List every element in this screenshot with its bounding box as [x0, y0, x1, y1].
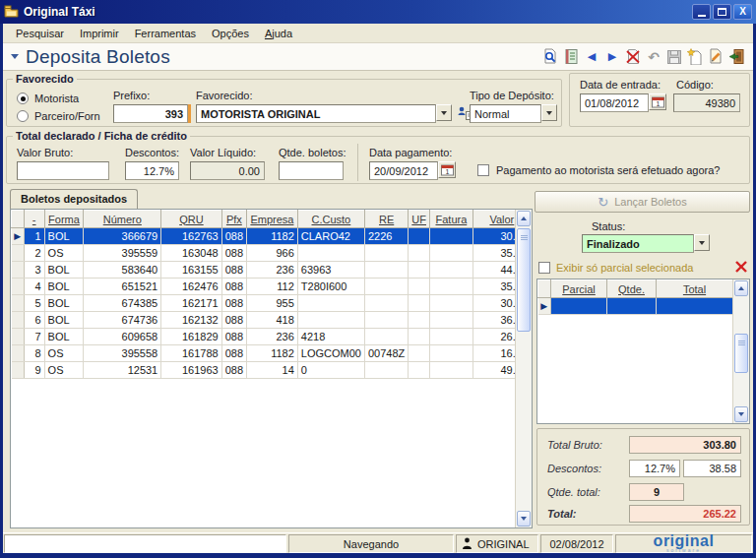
pagamento-checkbox[interactable]: Pagamento ao motorista será efetuado ago… [477, 164, 720, 176]
table-cell[interactable] [430, 312, 473, 329]
table-row[interactable]: 4BOL651521162476088112T280I60035.00 [12, 279, 532, 295]
menu-ferramentas[interactable]: Ferramentas [128, 26, 203, 41]
table-row[interactable]: 7BOL609658161829088236421826.60 [12, 329, 532, 345]
table-cell[interactable]: 161788 [161, 345, 221, 362]
status-dropdown-icon[interactable] [694, 234, 710, 251]
table-cell[interactable] [364, 245, 408, 262]
table-cell[interactable]: 3 [24, 262, 44, 279]
table-cell[interactable]: 955 [247, 295, 298, 312]
table-cell[interactable]: 088 [221, 329, 246, 345]
table-row[interactable]: 6BOL67473616213208841836.00 [12, 312, 532, 329]
table-cell[interactable] [364, 329, 408, 345]
table-cell[interactable] [430, 329, 473, 345]
column-header[interactable]: RE [364, 211, 408, 228]
prefixo-field[interactable]: 393 [113, 104, 188, 123]
scroll-up-icon[interactable] [517, 211, 531, 226]
table-cell[interactable]: LOGCOM00 [297, 345, 364, 362]
save-icon[interactable] [665, 48, 683, 66]
table-cell[interactable]: 00748Z [364, 345, 408, 362]
table-cell[interactable]: 418 [247, 312, 298, 329]
table-cell[interactable]: 5 [24, 295, 44, 312]
table-cell[interactable] [409, 345, 430, 362]
table-cell[interactable]: 395559 [84, 245, 161, 262]
table-cell[interactable] [551, 298, 607, 315]
favorecido-dropdown-icon[interactable] [436, 104, 452, 121]
table-cell[interactable]: 112 [247, 279, 298, 295]
table-cell[interactable] [409, 312, 430, 329]
new-record-icon[interactable] [686, 48, 704, 66]
table-cell[interactable]: 6 [24, 312, 44, 329]
table-cell[interactable]: 088 [221, 262, 246, 279]
table-row[interactable]: 2OS39555916304808896635.90 [12, 245, 532, 262]
scroll-down-icon[interactable] [734, 406, 748, 422]
table-cell[interactable] [409, 262, 430, 279]
table-cell[interactable]: 9 [24, 362, 44, 379]
table-cell[interactable]: 674385 [84, 295, 161, 312]
table-cell[interactable]: BOL [44, 329, 84, 345]
table-cell[interactable]: 161829 [161, 329, 221, 345]
table-cell[interactable]: 163155 [161, 262, 221, 279]
table-cell[interactable]: 1182 [247, 228, 298, 245]
table-cell[interactable]: 162763 [161, 228, 221, 245]
status-combo[interactable]: Finalizado [582, 234, 694, 253]
table-cell[interactable]: 088 [221, 295, 246, 312]
descontos-field[interactable]: 12.7% [125, 161, 179, 180]
menu-pesquisar[interactable]: Pesquisar [9, 26, 71, 41]
previous-record-icon[interactable]: ◀ [583, 48, 600, 66]
table-cell[interactable]: 609658 [84, 329, 161, 345]
minimize-button[interactable] [692, 4, 711, 20]
qtde-boletos-field[interactable] [279, 161, 344, 180]
table-cell[interactable]: 088 [221, 228, 246, 245]
table-cell[interactable]: 366679 [84, 228, 161, 245]
table-cell[interactable] [430, 295, 473, 312]
column-header[interactable]: Qtde. [607, 280, 657, 298]
table-cell[interactable]: 2226 [364, 228, 408, 245]
table-cell[interactable]: CLARO42 [297, 228, 364, 245]
table-cell[interactable] [430, 345, 473, 362]
table-cell[interactable]: BOL [44, 312, 84, 329]
table-cell[interactable]: 162476 [161, 279, 221, 295]
table-cell[interactable] [364, 312, 408, 329]
scroll-up-icon[interactable] [734, 280, 748, 296]
column-header[interactable]: - [24, 211, 44, 228]
table-cell[interactable] [364, 362, 408, 379]
table-cell[interactable]: 236 [247, 262, 298, 279]
table-cell[interactable]: 161963 [161, 362, 221, 379]
table-cell[interactable]: 583640 [84, 262, 161, 279]
table-cell[interactable] [297, 312, 364, 329]
tipo-deposito-combo[interactable]: Normal [470, 104, 541, 123]
data-entrada-field[interactable]: 01/08/2012 [580, 93, 649, 112]
favorecido-combo[interactable]: MOTORISTA ORIGINAL [196, 104, 436, 123]
table-cell[interactable] [430, 262, 473, 279]
close-button[interactable]: X [733, 4, 752, 20]
table-cell[interactable]: 4 [24, 279, 44, 295]
table-cell[interactable] [409, 245, 430, 262]
table-cell[interactable]: 651521 [84, 279, 161, 295]
table-row[interactable]: 8OS3955581617880881182LOGCOM0000748Z16.1… [12, 345, 532, 362]
scroll-thumb[interactable] [517, 228, 531, 332]
table-cell[interactable]: 088 [221, 245, 246, 262]
table-row[interactable]: 5BOL67438516217108895530.50 [12, 295, 532, 312]
table-cell[interactable]: 2 [24, 245, 44, 262]
column-header[interactable]: UF [409, 211, 430, 228]
scroll-down-icon[interactable] [517, 511, 531, 527]
table-cell[interactable] [297, 295, 364, 312]
tipo-deposito-dropdown-icon[interactable] [541, 104, 557, 121]
radio-motorista[interactable]: Motorista [17, 93, 79, 104]
data-entrada-calendar-icon[interactable]: 1 [649, 93, 666, 110]
table-cell[interactable]: 088 [221, 345, 246, 362]
search-icon[interactable] [541, 48, 559, 66]
table-cell[interactable]: 236 [247, 329, 298, 345]
edit-record-icon[interactable] [707, 48, 724, 66]
exit-icon[interactable] [727, 48, 745, 66]
column-header[interactable]: C.Custo [297, 211, 364, 228]
data-pagamento-calendar-icon[interactable]: 1 [438, 161, 456, 178]
table-cell[interactable]: 162132 [161, 312, 221, 329]
table-cell[interactable]: 1 [24, 228, 44, 245]
maximize-button[interactable] [713, 4, 731, 20]
table-cell[interactable]: 12531 [84, 362, 161, 379]
lancar-boletos-button[interactable]: ↻ Lançar Boletos [535, 191, 750, 213]
clear-filter-icon[interactable] [734, 260, 748, 276]
table-row[interactable]: 9OS1253116196308814049.70 [12, 362, 532, 379]
table-cell[interactable]: 088 [221, 362, 246, 379]
